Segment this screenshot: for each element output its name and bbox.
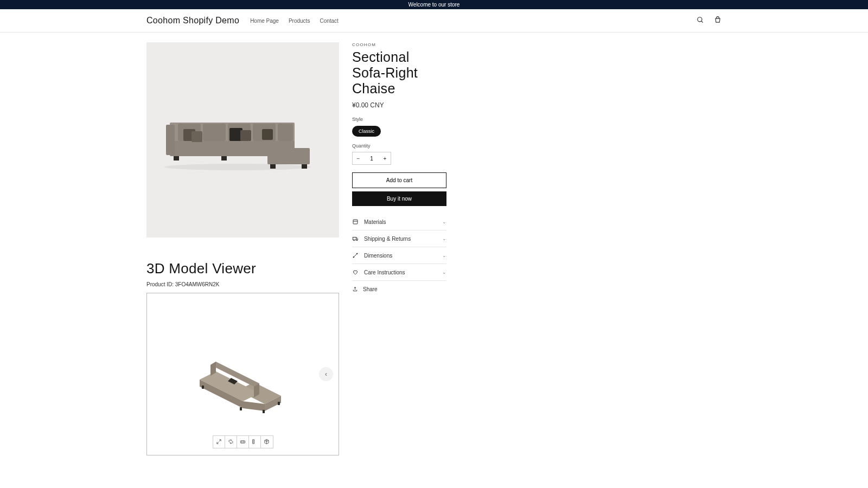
nav-home-page[interactable]: Home Page [250,18,279,24]
svg-point-0 [698,17,702,21]
share-button[interactable]: Share [352,281,446,298]
svg-point-36 [243,441,244,442]
svg-rect-17 [221,156,227,160]
product-id-label: Product ID: [146,281,175,287]
svg-rect-31 [240,407,242,410]
cart-button[interactable] [714,16,722,25]
svg-rect-32 [263,410,265,413]
svg-rect-5 [267,148,310,164]
rotate-icon [228,438,234,446]
nav-contact[interactable]: Contact [320,18,338,24]
svg-rect-33 [278,402,280,405]
viewer-rotate-button[interactable] [225,436,237,448]
svg-marker-27 [243,401,265,411]
svg-rect-43 [353,237,356,240]
svg-point-20 [164,164,311,170]
viewer-vr-button[interactable] [237,436,249,448]
accordion-shipping[interactable]: Shipping & Returns ⌄ [352,230,446,247]
announcement-bar: Welcome to our store [0,0,868,9]
viewer-expand-button[interactable] [213,436,225,448]
viewer-ar-button[interactable] [261,436,273,448]
chevron-down-icon: ⌄ [442,219,446,224]
svg-rect-30 [202,386,204,389]
chevron-left-icon: ‹ [325,370,327,378]
accordion-shipping-label: Shipping & Returns [364,236,442,242]
announcement-text: Welcome to our store [409,2,460,8]
svg-rect-7 [203,124,226,141]
quantity-input[interactable] [364,152,379,164]
viewer-prev-button[interactable]: ‹ [319,367,333,381]
product-id-row: Product ID: 3FO4AMW6RN2K [146,281,339,287]
model-viewer[interactable]: ‹ [146,293,339,455]
plus-icon: + [384,156,387,162]
store-logo[interactable]: Coohom Shopify Demo [146,16,239,25]
style-label: Style [352,117,446,122]
main-nav: Home Page Products Contact [250,18,697,24]
accordion-materials-label: Materials [364,219,442,225]
viewer-ruler-button[interactable] [249,436,261,448]
viewer-heading: 3D Model Viewer [146,260,339,277]
product-id-value: 3FO4AMW6RN2K [175,281,220,287]
vr-icon [240,438,246,446]
viewer-toolbar [213,435,273,448]
share-icon [352,286,360,292]
ar-icon [264,438,270,446]
svg-rect-12 [192,131,202,142]
svg-rect-16 [174,156,179,160]
accordion-materials[interactable]: Materials ⌄ [352,214,446,230]
svg-line-1 [701,21,703,22]
minus-icon: − [357,156,360,162]
search-icon [697,16,704,25]
dimensions-icon [352,252,360,259]
quantity-stepper: − + [352,152,391,165]
svg-rect-15 [262,129,273,140]
product-title: Sectional Sofa-Right Chaise [352,49,446,96]
care-icon [352,269,360,275]
add-to-cart-button[interactable]: Add to cart [352,172,446,188]
accordion-dimensions-label: Dimensions [364,253,442,259]
accordion-care[interactable]: Care Instructions ⌄ [352,264,446,281]
chevron-down-icon: ⌄ [442,253,446,258]
quantity-decrease-button[interactable]: − [353,152,364,164]
svg-rect-4 [166,125,175,155]
svg-point-35 [241,441,242,442]
buy-now-button[interactable]: Buy it now [352,191,446,206]
accordion-care-label: Care Instructions [364,269,442,275]
accordion-dimensions[interactable]: Dimensions ⌄ [352,247,446,264]
svg-rect-14 [240,130,251,141]
expand-icon [216,438,222,446]
quantity-increase-button[interactable]: + [379,152,391,164]
chevron-down-icon: ⌄ [442,269,446,275]
product-price: ¥0.00 CNY [352,101,446,109]
search-button[interactable] [697,16,704,25]
chevron-down-icon: ⌄ [442,236,446,241]
quantity-label: Quantity [352,143,446,149]
cart-icon [714,16,722,25]
sofa-3d-illustration [189,328,297,420]
share-label: Share [363,286,378,292]
product-main-image[interactable] [146,42,339,237]
style-option-classic[interactable]: Classic [352,126,381,137]
ruler-icon [252,438,258,446]
nav-products[interactable]: Products [289,18,310,24]
vendor-label: COOHOM [352,42,446,47]
svg-rect-41 [353,220,358,224]
svg-rect-10 [278,124,293,141]
shipping-icon [352,235,360,242]
materials-icon [352,219,360,225]
sofa-illustration [156,97,330,183]
header: Coohom Shopify Demo Home Page Products C… [0,9,868,33]
